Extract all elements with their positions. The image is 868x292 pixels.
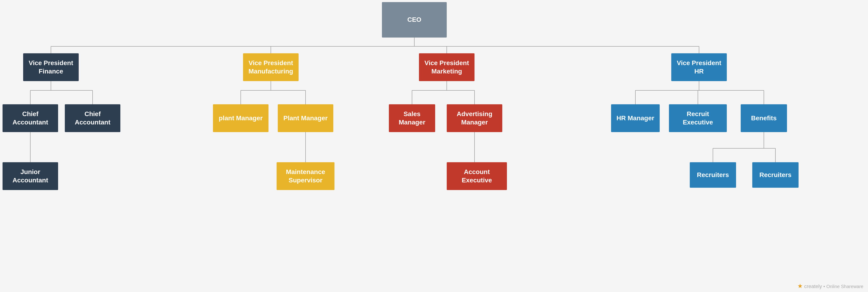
- plant-manager-node: Plant Manager: [278, 104, 333, 132]
- vp-manufacturing-node: Vice PresidentManufacturing: [243, 53, 299, 81]
- connectors-svg: [0, 0, 868, 292]
- advertising-manager-node: AdvertisingManager: [447, 104, 502, 132]
- benefits-node: Benefits: [741, 104, 787, 132]
- chief-accountant-2-node: Chief Accountant: [65, 104, 120, 132]
- account-executive-node: Account Executive: [447, 162, 507, 190]
- ceo-node: CEO: [382, 2, 447, 37]
- recruiters-2-node: Recruiters: [752, 162, 799, 188]
- vp-hr-node: Vice PresidentHR: [671, 53, 727, 81]
- chief-accountant-1-node: Chief Accountant: [3, 104, 58, 132]
- watermark: ★ creately • Online Shareware: [797, 283, 863, 290]
- recruiters-1-node: Recruiters: [690, 162, 736, 188]
- vp-finance-node: Vice PresidentFinance: [23, 53, 79, 81]
- vp-marketing-node: Vice PresidentMarketing: [419, 53, 474, 81]
- junior-accountant-node: JuniorAccountant: [3, 162, 58, 190]
- sales-manager-node: SalesManager: [389, 104, 435, 132]
- hr-manager-node: HR Manager: [611, 104, 660, 132]
- maintenance-supervisor-node: MaintenanceSupervisor: [277, 162, 335, 190]
- org-chart: CEO Vice PresidentFinance Vice President…: [0, 0, 868, 292]
- plant-manager-yellow-node: plant Manager: [213, 104, 269, 132]
- recruit-executive-node: Recruit Executive: [669, 104, 727, 132]
